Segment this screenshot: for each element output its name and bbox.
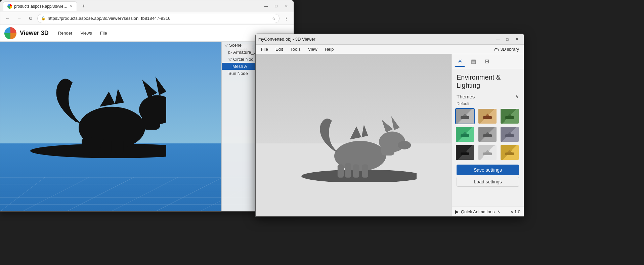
browser-maximize-button[interactable]: □ — [271, 1, 281, 11]
svg-marker-31 — [350, 125, 369, 140]
svg-marker-19 — [100, 88, 124, 106]
right-panel: ☀ ▤ ⊞ Environment &Lighting Themes ∨ Def… — [452, 54, 524, 216]
browser-close-button[interactable]: ✕ — [282, 1, 291, 11]
svg-rect-22 — [82, 139, 90, 154]
3d-library-label: 3D library — [500, 47, 519, 52]
svg-rect-51 — [483, 152, 492, 155]
theme-swatch-9[interactable] — [500, 144, 519, 161]
svg-rect-37 — [461, 116, 469, 119]
load-settings-button[interactable]: Load settings — [457, 177, 519, 187]
svg-marker-52 — [485, 150, 490, 152]
svg-line-6 — [23, 177, 89, 211]
back-button[interactable]: ← — [3, 14, 12, 23]
animation-multiplier: × 1.0 — [511, 209, 520, 214]
viewer-menu-file[interactable]: File — [258, 46, 271, 53]
theme-swatch-8[interactable] — [478, 144, 497, 161]
viewer-3d-viewport[interactable] — [256, 54, 452, 216]
browser-window: products.aspose.app/3d/viewer?session=fb… — [0, 0, 294, 212]
wolf-silhouette — [15, 49, 166, 158]
svg-line-9 — [156, 177, 222, 211]
theme-swatch-6[interactable] — [500, 126, 519, 142]
themes-grid — [452, 107, 524, 162]
app-menu: Render Views File — [55, 29, 111, 37]
grid-tab[interactable]: ⊞ — [481, 56, 492, 67]
viewer-titlebar: myConverted.obj - 3D Viewer — □ ✕ — [256, 34, 524, 45]
app-logo — [4, 27, 16, 39]
svg-marker-29 — [382, 120, 393, 133]
viewer-menubar: File Edit Tools View Help 🗃 3D library — [256, 45, 524, 54]
bookmark-icon[interactable]: ☆ — [272, 16, 276, 21]
tab-close-button[interactable]: ✕ — [70, 4, 73, 8]
theme-swatch-1[interactable] — [455, 108, 475, 124]
viewer-window-controls: — □ ✕ — [493, 36, 521, 43]
viewer-menu-view[interactable]: View — [305, 46, 321, 53]
forward-button[interactable]: → — [14, 14, 24, 23]
svg-line-7 — [67, 177, 133, 211]
svg-rect-20 — [103, 139, 111, 154]
address-bar[interactable]: 🔒 https://products.aspose.app/3d/viewer?… — [37, 14, 280, 23]
svg-rect-23 — [91, 137, 99, 153]
menu-file[interactable]: File — [97, 29, 111, 37]
viewer-content: ☀ ▤ ⊞ Environment &Lighting Themes ∨ Def… — [256, 54, 524, 216]
lighting-tab[interactable]: ☀ — [455, 56, 465, 67]
3d-library-button[interactable]: 🗃 3D library — [491, 46, 522, 53]
svg-rect-32 — [353, 165, 359, 178]
svg-marker-46 — [485, 132, 490, 134]
browser-toolbar: ← → ↻ 🔒 https://products.aspose.app/3d/v… — [0, 12, 294, 25]
svg-marker-17 — [142, 79, 157, 97]
menu-render[interactable]: Render — [55, 29, 76, 37]
table-tab[interactable]: ▤ — [468, 56, 479, 67]
browser-tab[interactable]: products.aspose.app/3d/viewer?session=fb… — [3, 1, 77, 11]
viewer-menu-help[interactable]: Help — [321, 46, 337, 53]
app-header: Viewer 3D Render Views File — [0, 25, 294, 42]
svg-marker-54 — [507, 150, 512, 152]
viewer-minimize-button[interactable]: — — [493, 36, 502, 43]
viewer-close-button[interactable]: ✕ — [512, 36, 521, 43]
themes-label: Themes — [457, 94, 475, 99]
browser-favicon — [7, 4, 12, 9]
svg-rect-36 — [381, 143, 394, 156]
svg-marker-30 — [391, 116, 400, 130]
viewer-maximize-button[interactable]: □ — [503, 36, 512, 43]
viewer-menu-tools[interactable]: Tools — [287, 46, 304, 53]
theme-swatch-5[interactable] — [478, 126, 497, 142]
save-settings-button[interactable]: Save settings — [457, 165, 519, 175]
quick-animations-label: Quick Animations — [461, 209, 495, 214]
menu-views[interactable]: Views — [77, 29, 95, 37]
quick-animations-bar: ▶ Quick Animations ∧ × 1.0 — [452, 207, 524, 216]
svg-rect-53 — [505, 152, 514, 155]
svg-marker-48 — [507, 132, 512, 134]
tab-title: products.aspose.app/3d/viewer?session=fb… — [14, 4, 68, 9]
viewer-menu-edit[interactable]: Edit — [272, 46, 286, 53]
svg-rect-35 — [345, 163, 351, 178]
browser-viewport: Left Scene hierarchy t ▽ Scene ▷ Armatur… — [0, 42, 294, 211]
theme-swatch-7[interactable] — [455, 144, 475, 161]
browser-menu-button[interactable]: ⋮ — [282, 14, 291, 23]
themes-chevron-icon: ∨ — [515, 93, 519, 99]
themes-default-label: Default — [452, 101, 524, 107]
viewer-wolf-model — [285, 88, 417, 182]
panel-icon-tabs: ☀ ▤ ⊞ — [452, 54, 524, 69]
svg-marker-42 — [507, 114, 512, 116]
svg-rect-43 — [461, 134, 469, 137]
3d-library-icon: 🗃 — [494, 47, 499, 52]
theme-swatch-4[interactable] — [455, 126, 475, 142]
theme-swatch-3[interactable] — [500, 108, 519, 124]
theme-swatch-2[interactable] — [478, 108, 497, 124]
viewer-title: myConverted.obj - 3D Viewer — [258, 37, 493, 42]
svg-marker-40 — [485, 114, 490, 116]
themes-section[interactable]: Themes ∨ — [452, 92, 524, 101]
svg-rect-21 — [115, 139, 123, 154]
animation-expand-icon[interactable]: ∧ — [497, 209, 500, 214]
svg-marker-18 — [155, 76, 166, 95]
3d-viewport: Left Scene hierarchy t ▽ Scene ▷ Armatur… — [0, 42, 294, 211]
reload-button[interactable]: ↻ — [26, 14, 35, 23]
svg-rect-33 — [362, 165, 368, 178]
svg-point-28 — [398, 141, 411, 149]
lock-icon: 🔒 — [41, 16, 46, 20]
browser-minimize-button[interactable]: — — [261, 1, 271, 11]
svg-line-8 — [112, 177, 178, 211]
new-tab-button[interactable]: + — [79, 1, 88, 11]
svg-marker-44 — [463, 132, 467, 134]
svg-marker-50 — [463, 150, 467, 152]
